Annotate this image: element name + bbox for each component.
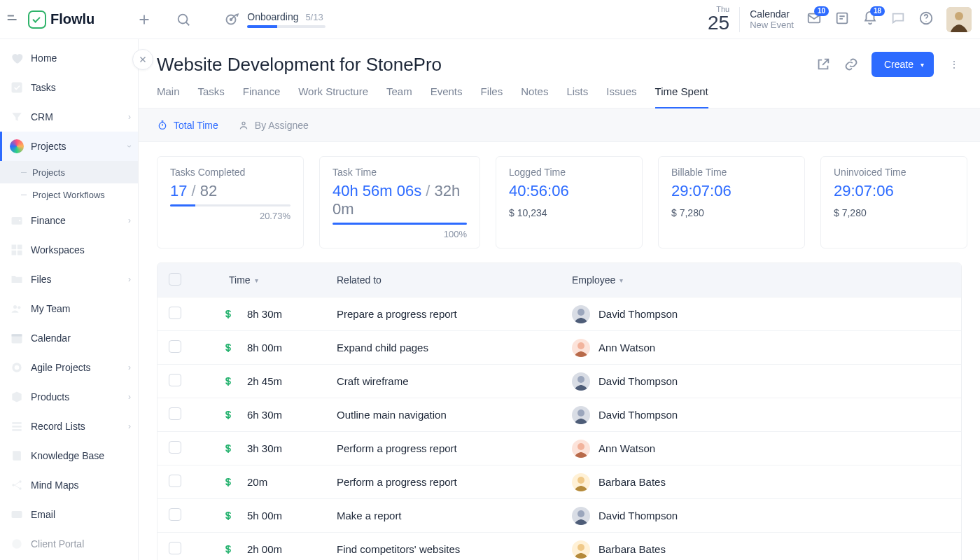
svg-rect-13: [18, 245, 22, 250]
sidebar-item-crm[interactable]: CRM›: [0, 102, 138, 132]
select-all-checkbox[interactable]: [169, 273, 181, 286]
filter-by-assignee[interactable]: By Assignee: [238, 120, 309, 131]
notifications-button[interactable]: 18: [862, 10, 878, 28]
heart-icon: [10, 51, 24, 65]
sidebar-item-home[interactable]: Home: [0, 43, 138, 73]
new-event-link[interactable]: New Event: [750, 20, 794, 30]
create-button[interactable]: Create▾: [872, 52, 934, 77]
column-related[interactable]: Related to: [337, 274, 572, 286]
row-checkbox[interactable]: [169, 441, 181, 454]
help-button[interactable]: [918, 10, 934, 28]
row-time: 8h 00m: [247, 342, 282, 354]
user-avatar[interactable]: [946, 7, 972, 32]
sidebar-sub-projects[interactable]: Projects: [0, 161, 138, 183]
sidebar-label: Project Workflows: [32, 190, 105, 200]
sidebar-item-email[interactable]: Email: [0, 500, 138, 529]
sidebar-item-record-lists[interactable]: Record Lists›: [0, 412, 138, 441]
funnel-icon: [10, 110, 24, 124]
chevron-right-icon: ›: [128, 421, 131, 431]
card-percent: 20.73%: [170, 211, 290, 221]
table-row[interactable]: 3h 30mPerform a progress reportAnn Watso…: [158, 431, 961, 465]
table-row[interactable]: 2h 00mFind competitors' websitesBarbara …: [158, 532, 961, 560]
column-employee[interactable]: Employee▾: [572, 274, 950, 286]
sidebar-label: Email: [31, 509, 55, 520]
tab-finance[interactable]: Finance: [243, 85, 280, 108]
tab-main[interactable]: Main: [157, 85, 180, 108]
chevron-right-icon: ›: [128, 363, 131, 372]
svg-point-6: [925, 21, 926, 22]
row-related: Find competitors' websites: [337, 543, 460, 555]
chevron-right-icon: ›: [128, 216, 131, 225]
sidebar-item-client-portal[interactable]: Client Portal: [0, 529, 138, 559]
sidebar-item-calendar[interactable]: Calendar: [0, 323, 138, 353]
table-row[interactable]: 8h 30mPrepare a progress reportDavid Tho…: [158, 297, 961, 330]
search-icon[interactable]: [176, 12, 191, 27]
date-calendar-widget[interactable]: Thu 25 Calendar New Event: [708, 6, 794, 33]
svg-point-30: [242, 122, 245, 125]
tab-tasks[interactable]: Tasks: [198, 85, 225, 108]
row-checkbox[interactable]: [169, 374, 181, 386]
close-panel-button[interactable]: [132, 49, 153, 70]
team-icon: [10, 302, 24, 316]
tab-time-spent[interactable]: Time Spent: [655, 85, 708, 108]
row-checkbox[interactable]: [169, 340, 181, 353]
table-header: Time▾ Related to Employee▾: [158, 263, 961, 297]
tab-team[interactable]: Team: [386, 85, 412, 108]
sidebar-sub-workflows[interactable]: Project Workflows: [0, 183, 138, 206]
table-row[interactable]: 5h 00mMake a reportDavid Thompson: [158, 498, 961, 532]
row-checkbox[interactable]: [169, 307, 181, 319]
sidebar-item-products[interactable]: Products›: [0, 382, 138, 412]
tab-work-structure[interactable]: Work Structure: [298, 85, 368, 108]
table-row[interactable]: 2h 45mCraft wireframeDavid Thompson: [158, 364, 961, 398]
card-value: 40:56:06: [509, 182, 629, 200]
sidebar-item-workspaces[interactable]: Workspaces: [0, 235, 138, 265]
table-row[interactable]: 6h 30mOutline main navigationDavid Thomp…: [158, 398, 961, 431]
sidebar-label: Projects: [32, 167, 65, 178]
brand-logo[interactable]: Flowlu: [28, 10, 94, 29]
tab-notes[interactable]: Notes: [521, 85, 548, 108]
table-row[interactable]: 8h 00mExpand child pagesAnn Watson: [158, 330, 961, 364]
bell-badge: 18: [870, 6, 885, 16]
billable-icon: [222, 476, 234, 489]
date-dayofmonth: 25: [708, 12, 729, 34]
sidebar-item-agile[interactable]: Agile Projects›: [0, 353, 138, 382]
tab-events[interactable]: Events: [430, 85, 463, 108]
link-icon[interactable]: [844, 57, 859, 72]
more-menu-icon[interactable]: ⋮: [946, 56, 962, 73]
sidebar-item-myteam[interactable]: My Team: [0, 294, 138, 323]
svg-point-24: [12, 484, 14, 486]
tab-files[interactable]: Files: [481, 85, 503, 108]
svg-point-16: [13, 305, 17, 309]
inbox-button[interactable]: 10: [806, 10, 822, 28]
menu-toggle-icon[interactable]: [6, 12, 21, 27]
sidebar-item-kb[interactable]: Knowledge Base: [0, 441, 138, 470]
sidebar-item-tasks[interactable]: Tasks: [0, 73, 138, 102]
onboarding-widget[interactable]: Onboarding 5/13: [222, 10, 326, 29]
row-checkbox[interactable]: [169, 542, 181, 554]
sidebar-item-files[interactable]: Files›: [0, 265, 138, 294]
box-icon: [10, 390, 24, 404]
card-task-time: Task Time 40h 56m 06s / 32h 0m 100%: [319, 156, 480, 248]
card-percent: 100%: [332, 229, 467, 239]
column-time[interactable]: Time▾: [197, 274, 337, 286]
table-row[interactable]: 20mPerform a progress reportBarbara Bate…: [158, 465, 961, 498]
employee-avatar: [572, 440, 590, 458]
tab-issues[interactable]: Issues: [606, 85, 636, 108]
filter-total-time[interactable]: Total Time: [157, 120, 218, 131]
sidebar-item-finance[interactable]: Finance›: [0, 206, 138, 235]
sort-icon: ▾: [620, 276, 623, 284]
stopwatch-icon: [157, 120, 168, 131]
add-icon[interactable]: [136, 12, 152, 27]
row-related: Prepare a progress report: [337, 308, 457, 320]
sidebar-item-mindmaps[interactable]: Mind Maps: [0, 470, 138, 500]
chat-button[interactable]: [890, 10, 906, 28]
row-checkbox[interactable]: [169, 407, 181, 420]
sidebar-item-projects[interactable]: Projects›: [0, 132, 138, 161]
person-icon: [238, 120, 249, 131]
open-external-icon[interactable]: [816, 57, 831, 72]
tab-lists[interactable]: Lists: [566, 85, 588, 108]
row-checkbox[interactable]: [169, 508, 181, 521]
row-checkbox[interactable]: [169, 475, 181, 487]
target-icon: [222, 10, 240, 29]
notes-button[interactable]: [834, 10, 850, 28]
